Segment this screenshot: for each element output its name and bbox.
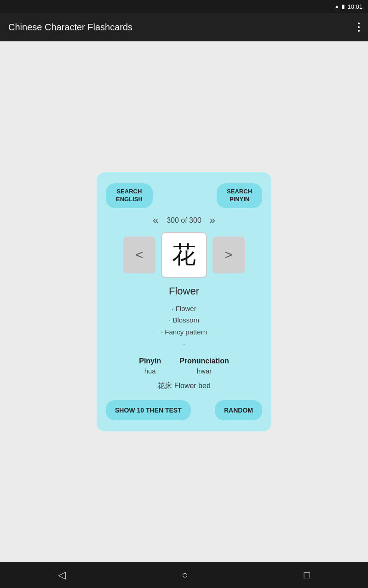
back-button[interactable]: ◁ — [58, 569, 66, 581]
definition-3: · Fancy pattern — [161, 326, 207, 338]
random-button[interactable]: RANDOM — [215, 400, 262, 420]
app-title: Chinese Character Flashcards — [8, 22, 132, 33]
search-english-button[interactable]: SEARCHENGLISH — [106, 183, 153, 208]
recents-button[interactable]: □ — [304, 569, 310, 581]
card-area: < 花 > — [123, 232, 245, 278]
nav-row: « 300 of 300 » — [153, 215, 215, 226]
show-test-button[interactable]: SHOW 10 THEN TEST — [106, 400, 191, 420]
pinyin-column: Pinyin huā — [139, 357, 161, 375]
english-word: Flower — [169, 285, 199, 297]
search-pinyin-button[interactable]: SEARCHPINYIN — [217, 183, 262, 208]
pinyin-label: Pinyin — [139, 357, 161, 365]
pronunciation-label: Pronunciation — [179, 357, 229, 365]
definitions: · Flower · Blossom · Fancy pattern · — [161, 303, 207, 350]
home-button[interactable]: ○ — [182, 569, 188, 581]
pinyin-value: huā — [144, 367, 156, 375]
pronunciation-value: hwar — [197, 367, 212, 375]
prev-card-button[interactable]: < — [123, 237, 155, 273]
definition-2: · Blossom — [161, 314, 207, 326]
menu-dot-3 — [358, 30, 360, 32]
bottom-row: SHOW 10 THEN TEST RANDOM — [106, 400, 262, 420]
definition-1: · Flower — [161, 303, 207, 315]
bottom-nav-bar: ◁ ○ □ — [0, 562, 368, 588]
pinyin-pronunciation-row: Pinyin huā Pronunciation hwar — [139, 357, 229, 375]
status-bar: ▲ ▮ 10:01 — [0, 0, 368, 13]
menu-dot-1 — [358, 23, 360, 24]
pronunciation-column: Pronunciation hwar — [179, 357, 229, 375]
nav-first-button[interactable]: « — [153, 215, 158, 226]
character-display[interactable]: 花 — [161, 232, 207, 278]
card-counter: 300 of 300 — [167, 216, 201, 225]
signal-icon: ▲ — [334, 3, 340, 10]
status-time: 10:01 — [347, 3, 362, 10]
more-options-button[interactable] — [358, 23, 360, 32]
example-word: 花床 Flower bed — [157, 381, 211, 391]
definition-4: · — [161, 338, 207, 350]
status-icons: ▲ ▮ 10:01 — [334, 3, 362, 10]
app-bar: Chinese Character Flashcards — [0, 13, 368, 41]
main-content: SEARCHENGLISH SEARCHPINYIN « 300 of 300 … — [0, 41, 368, 562]
menu-dot-2 — [358, 26, 360, 28]
nav-last-button[interactable]: » — [210, 215, 215, 226]
flashcard-container: SEARCHENGLISH SEARCHPINYIN « 300 of 300 … — [97, 172, 271, 431]
next-card-button[interactable]: > — [213, 237, 245, 273]
battery-icon: ▮ — [342, 3, 345, 10]
search-row: SEARCHENGLISH SEARCHPINYIN — [106, 183, 262, 208]
